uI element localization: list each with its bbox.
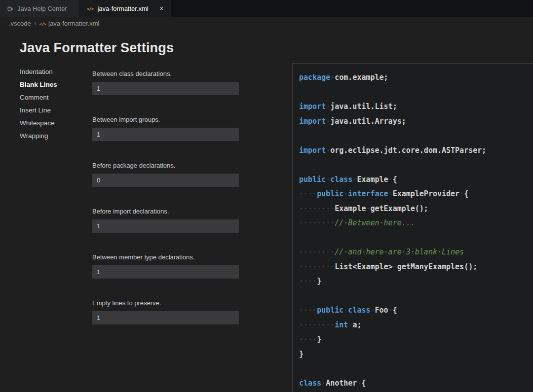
code-line: ········//·and·here·are·3·blank·Lines <box>299 245 529 260</box>
code-line: ····public·class·Foo·{ <box>299 303 529 318</box>
code-preview-panel: package·com.example; import·java.util.Li… <box>292 63 533 392</box>
sidebar-item-wrapping[interactable]: Wrapping <box>20 130 89 143</box>
code-line <box>299 289 529 304</box>
setting-label: Before package declarations. <box>92 161 239 170</box>
setting-input-empty-lines-to-preserve[interactable] <box>92 311 239 324</box>
xml-icon: </> <box>86 6 94 11</box>
setting-field: Empty lines to preserve. <box>92 299 239 324</box>
chevron-right-icon: › <box>34 19 37 28</box>
code-line: ········Example·getExample(); <box>299 202 529 216</box>
code-line: } <box>299 347 529 362</box>
code-line: class·Another·{ <box>299 376 529 391</box>
code-line: ········List<Example>·getManyExamples(); <box>299 260 529 275</box>
tab-java-help-center[interactable]: Java Help Center <box>0 0 79 17</box>
setting-label: Before import declarations. <box>92 207 239 216</box>
breadcrumb-label: .vscode <box>9 20 31 27</box>
vscode-window: Java Help Center </> java-formatter.xml … <box>0 0 533 392</box>
code-line: package·com.example; <box>299 71 529 85</box>
setting-field: Between member type declarations. <box>92 253 239 279</box>
code-line: ········//·Between·here... <box>299 216 529 231</box>
code-line: import·java.util.List; <box>299 100 529 114</box>
setting-label: Between member type declarations. <box>92 253 239 262</box>
code-line: import·org.eclipse.jdt.core.dom.ASTParse… <box>299 143 529 158</box>
code-line <box>299 129 529 143</box>
breadcrumb-label: java-formatter.xml <box>48 20 99 27</box>
close-icon[interactable]: ✕ <box>158 5 165 12</box>
xml-icon: </> <box>39 20 46 27</box>
setting-input-before-import-declarations[interactable] <box>92 219 239 233</box>
code-line: ········int·a; <box>299 318 529 333</box>
setting-label: Between class declarations. <box>92 70 239 78</box>
page-title: Java Formatter Settings <box>20 40 174 56</box>
setting-field: Before import declarations. <box>92 207 239 233</box>
settings-form: Between class declarations. Between impo… <box>92 70 239 345</box>
breadcrumb-item-vscode[interactable]: .vscode <box>9 20 31 27</box>
breadcrumb: .vscode › </> java-formatter.xml <box>0 17 533 29</box>
sidebar-item-insert-line[interactable]: Insert Line <box>20 104 89 117</box>
sidebar-item-blank-lines[interactable]: Blank Lines <box>20 78 89 91</box>
tab-label: java-formatter.xml <box>97 5 148 12</box>
tab-java-formatter-xml[interactable]: </> java-formatter.xml ✕ <box>80 0 171 17</box>
setting-field: Between class declarations. <box>92 70 239 95</box>
code-line <box>299 158 529 173</box>
breadcrumb-item-java-formatter-xml[interactable]: </> java-formatter.xml <box>39 20 100 27</box>
editor-tab-bar: Java Help Center </> java-formatter.xml … <box>0 0 533 17</box>
sidebar-item-indentation[interactable]: Indentation <box>20 66 89 78</box>
setting-field: Before package declarations. <box>92 161 239 187</box>
code-line: ····} <box>299 332 529 347</box>
settings-category-nav: IndentationBlank LinesCommentInsert Line… <box>20 66 89 143</box>
code-line <box>299 361 529 376</box>
setting-input-between-import-groups[interactable] <box>92 128 239 141</box>
code-line: import·java.util.Arrays; <box>299 114 529 129</box>
code-line <box>299 231 529 246</box>
code-line: public·class·Example·{ <box>299 173 529 187</box>
sidebar-item-comment[interactable]: Comment <box>20 91 89 104</box>
setting-input-between-member-type-declarations[interactable] <box>92 265 239 279</box>
java-help-icon <box>6 5 14 12</box>
code-line: ····public·interface·ExampleProvider·{ <box>299 187 529 202</box>
sidebar-item-whitespace[interactable]: Whitespace <box>20 117 89 130</box>
setting-label: Empty lines to preserve. <box>92 299 239 308</box>
tab-label: Java Help Center <box>17 5 67 12</box>
setting-input-between-class-declarations[interactable] <box>92 82 239 95</box>
setting-label: Between import groups. <box>92 115 239 124</box>
setting-field: Between import groups. <box>92 115 239 141</box>
code-line: ····} <box>299 274 529 289</box>
code-line <box>299 85 529 100</box>
setting-input-before-package-declarations[interactable] <box>92 174 239 187</box>
